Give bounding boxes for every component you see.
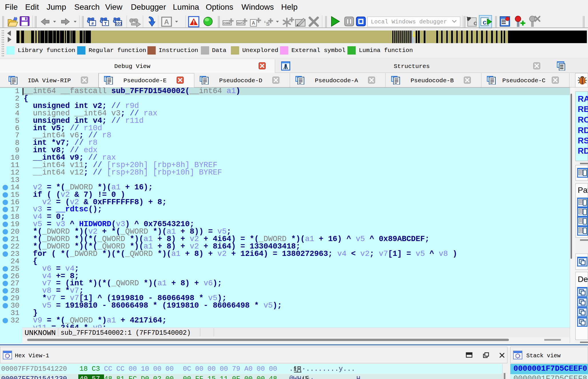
svg-text:#: # <box>91 21 94 26</box>
svg-text:DATA: DATA <box>237 22 245 25</box>
svg-text:101: 101 <box>115 21 122 26</box>
svg-text:A: A <box>164 18 169 26</box>
svg-text:c: c <box>483 19 487 27</box>
svg-text:A: A <box>252 21 255 25</box>
svg-text:CODE: CODE <box>223 22 231 25</box>
svg-text:T: T <box>104 21 107 26</box>
svg-text:c: c <box>473 20 477 27</box>
